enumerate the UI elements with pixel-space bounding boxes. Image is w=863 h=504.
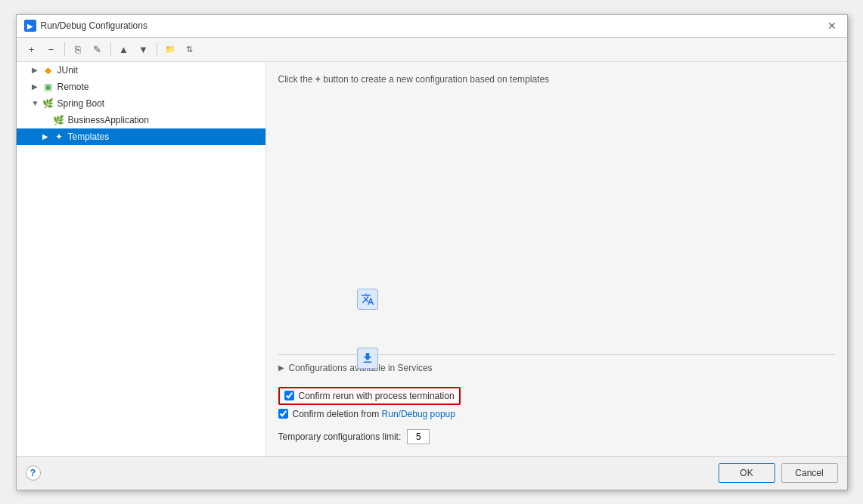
confirm-rerun-checkbox[interactable] <box>284 391 294 400</box>
help-button[interactable]: ? <box>26 465 41 481</box>
plus-hint-icon: + <box>315 74 321 85</box>
download-icon-button[interactable] <box>357 348 378 369</box>
move-to-group-button[interactable]: 📁 <box>161 40 179 58</box>
toolbar-separator-3 <box>157 42 157 56</box>
tree-item-spring-boot[interactable]: ▼ 🌿 Spring Boot <box>17 95 265 112</box>
footer: ? OK Cancel <box>17 456 847 490</box>
toolbar-separator-1 <box>64 42 65 56</box>
toolbar-separator-2 <box>110 42 111 56</box>
sort-button[interactable]: ⇅ <box>181 40 199 58</box>
confirm-deletion-row: Confirm deletion from Run/Debug popup <box>278 409 835 419</box>
toolbar: + − ⎘ ✎ ▲ ▼ 📁 ⇅ <box>17 38 847 62</box>
main-content: ▶ ◆ JUnit ▶ ▣ Remote ▼ 🌿 Spring Boot 🌿 B… <box>17 62 847 456</box>
cancel-button[interactable]: Cancel <box>781 463 838 483</box>
title-bar-left: ▶ Run/Debug Configurations <box>24 20 147 32</box>
tree-item-business-app[interactable]: 🌿 BusinessApplication <box>17 112 265 128</box>
footer-left: ? <box>26 465 41 481</box>
confirm-deletion-label[interactable]: Confirm deletion from Run/Debug popup <box>293 409 455 419</box>
services-arrow-icon: ▶ <box>278 363 284 372</box>
dialog-icon: ▶ <box>24 20 36 32</box>
templates-label: Templates <box>68 131 110 142</box>
bottom-checkboxes: Confirm rerun with process termination C… <box>278 381 835 425</box>
tree-arrow-junit: ▶ <box>32 66 42 74</box>
junit-label: JUnit <box>57 65 78 76</box>
translate-svg-icon <box>361 292 374 306</box>
confirm-rerun-row: Confirm rerun with process termination <box>278 387 461 405</box>
tree-arrow-remote: ▶ <box>32 82 42 91</box>
tree-item-templates[interactable]: ▶ ✦ Templates <box>17 128 265 145</box>
footer-right: OK Cancel <box>719 463 838 483</box>
dialog-title: Run/Debug Configurations <box>41 20 147 31</box>
remote-icon: ▣ <box>42 81 54 93</box>
floating-icons-area <box>357 289 378 369</box>
edit-button[interactable]: ✎ <box>88 40 107 58</box>
download-svg-icon <box>361 351 374 365</box>
title-bar: ▶ Run/Debug Configurations ✕ <box>17 15 847 38</box>
temp-limit-input[interactable] <box>407 429 430 444</box>
confirm-rerun-label[interactable]: Confirm rerun with process termination <box>299 391 455 401</box>
close-button[interactable]: ✕ <box>824 18 840 33</box>
move-down-button[interactable]: ▼ <box>135 40 153 58</box>
remote-label: Remote <box>57 82 89 92</box>
confirm-deletion-checkbox[interactable] <box>278 409 288 419</box>
tree-item-remote[interactable]: ▶ ▣ Remote <box>17 79 265 95</box>
run-debug-dialog: ▶ Run/Debug Configurations ✕ + − ⎘ ✎ ▲ ▼… <box>16 14 848 490</box>
configuration-tree: ▶ ◆ JUnit ▶ ▣ Remote ▼ 🌿 Spring Boot 🌿 B… <box>17 62 266 456</box>
remove-button[interactable]: − <box>42 40 61 58</box>
templates-icon: ✦ <box>53 131 65 143</box>
tree-arrow-templates: ▶ <box>42 132 53 141</box>
right-panel: Click the + button to create a new confi… <box>266 62 847 456</box>
temp-limit-row: Temporary configurations limit: <box>278 429 835 444</box>
run-debug-popup-link[interactable]: Run/Debug popup <box>382 409 455 419</box>
junit-icon: ◆ <box>42 64 54 76</box>
spring-boot-icon: 🌿 <box>42 97 54 110</box>
hint-text: Click the + button to create a new confi… <box>278 74 835 85</box>
tree-item-junit[interactable]: ▶ ◆ JUnit <box>17 62 265 79</box>
move-up-button[interactable]: ▲ <box>115 40 133 58</box>
tree-arrow-spring-boot: ▼ <box>32 99 42 107</box>
translate-icon-button[interactable] <box>357 289 378 310</box>
business-app-label: BusinessApplication <box>68 115 149 125</box>
add-button[interactable]: + <box>23 40 41 58</box>
copy-button[interactable]: ⎘ <box>69 40 87 58</box>
temp-limit-label: Temporary configurations limit: <box>278 431 402 442</box>
ok-button[interactable]: OK <box>719 463 775 483</box>
spring-boot-label: Spring Boot <box>57 98 105 109</box>
business-app-icon: 🌿 <box>53 114 65 126</box>
